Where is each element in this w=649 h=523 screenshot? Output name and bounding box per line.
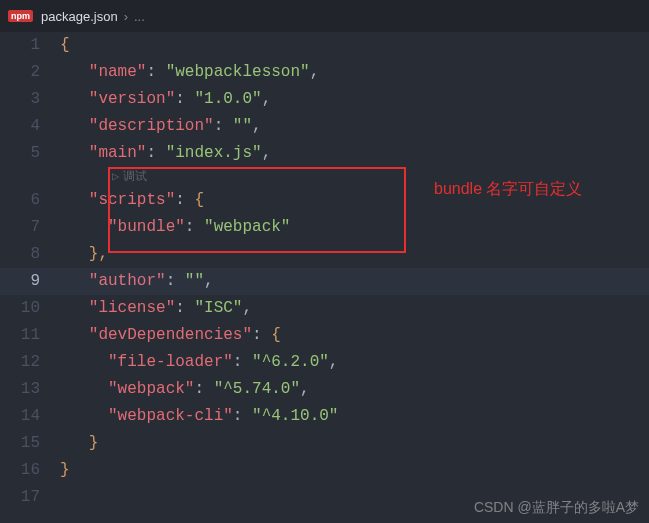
watermark: CSDN @蓝胖子的多啦A梦 bbox=[474, 499, 639, 517]
code-line: "devDependencies": { bbox=[60, 322, 649, 349]
corner-mark bbox=[0, 511, 12, 523]
line-number: 3 bbox=[0, 86, 40, 113]
line-number: 12 bbox=[0, 349, 40, 376]
line-number: 14 bbox=[0, 403, 40, 430]
code-line: "license": "ISC", bbox=[60, 295, 649, 322]
code-editor[interactable]: 1 2 3 4 5 6 7 8 9 10 11 12 13 14 15 16 1… bbox=[0, 32, 649, 511]
code-line: "webpack-cli": "^4.10.0" bbox=[60, 403, 649, 430]
code-line: }, bbox=[60, 241, 649, 268]
code-line: "webpack": "^5.74.0", bbox=[60, 376, 649, 403]
breadcrumb-rest[interactable]: ... bbox=[134, 9, 145, 24]
code-line: "version": "1.0.0", bbox=[60, 86, 649, 113]
code-line: } bbox=[60, 430, 649, 457]
line-number: 8 bbox=[0, 241, 40, 268]
line-number: 5 bbox=[0, 140, 40, 167]
code-line: } bbox=[60, 457, 649, 484]
line-number: 7 bbox=[0, 214, 40, 241]
line-number: 15 bbox=[0, 430, 40, 457]
play-icon: ▷ bbox=[112, 170, 119, 184]
code-line: "file-loader": "^6.2.0", bbox=[60, 349, 649, 376]
line-number: 2 bbox=[0, 59, 40, 86]
code-line: "author": "", bbox=[60, 268, 649, 295]
line-number: 4 bbox=[0, 113, 40, 140]
npm-icon: npm bbox=[8, 10, 33, 22]
line-number: 10 bbox=[0, 295, 40, 322]
code-line: "main": "index.js", bbox=[60, 140, 649, 167]
line-number: 11 bbox=[0, 322, 40, 349]
line-spacer bbox=[0, 167, 40, 187]
tab-bar: npm package.json › ... bbox=[0, 0, 649, 32]
tab-filename[interactable]: package.json bbox=[41, 9, 118, 24]
chevron-right-icon: › bbox=[124, 9, 128, 24]
code-line: "description": "", bbox=[60, 113, 649, 140]
line-number: 16 bbox=[0, 457, 40, 484]
code-line: "bundle": "webpack" bbox=[60, 214, 649, 241]
line-number: 17 bbox=[0, 484, 40, 511]
code-line: "name": "webpacklesson", bbox=[60, 59, 649, 86]
line-number: 1 bbox=[0, 32, 40, 59]
code-line: { bbox=[60, 32, 649, 59]
annotation-text: bundle 名字可自定义 bbox=[434, 178, 614, 200]
line-number: 13 bbox=[0, 376, 40, 403]
line-number: 6 bbox=[0, 187, 40, 214]
code-area[interactable]: { "name": "webpacklesson", "version": "1… bbox=[60, 32, 649, 511]
